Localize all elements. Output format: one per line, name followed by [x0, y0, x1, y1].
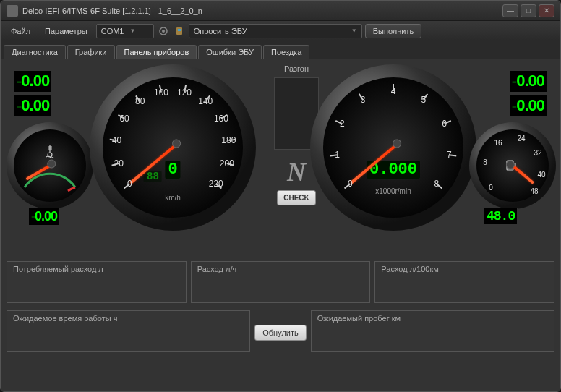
action-selector[interactable]: Опросить ЭБУ▼ [189, 24, 362, 38]
rpm-unit: x1000r/min [375, 187, 411, 195]
expected-time-box: Ожидаемое время работы ч [7, 310, 250, 352]
digital-tr2: -0.00 [509, 95, 547, 117]
temp-value: -0.00 [28, 208, 60, 226]
check-button[interactable]: CHECK [277, 190, 316, 205]
menu-file[interactable]: Файл [5, 25, 36, 38]
tab-bar: Диагностика Графики Панель приборов Ошиб… [1, 41, 560, 59]
tachometer: 0.000 x1000r/min 012345678 [310, 64, 476, 231]
rate-100km-box: Расход л/100км [374, 261, 554, 303]
temperature-icon [44, 144, 56, 161]
speed-aux: 88 [144, 171, 162, 182]
fuel-value: 48.0 [484, 208, 518, 225]
toolbar: Файл Параметры COM1▼ Опросить ЭБУ▼ Выпол… [1, 21, 560, 41]
tab-charts[interactable]: Графики [67, 45, 115, 59]
digital-tr1: -0.00 [509, 70, 547, 93]
tab-errors[interactable]: Ошибки ЭБУ [198, 45, 262, 59]
record-icon[interactable] [157, 25, 170, 38]
consumed-fuel-box: Потребляемый расход л [7, 261, 187, 303]
accel-label: Разгон [274, 64, 319, 73]
tab-trip[interactable]: Поездка [263, 45, 309, 59]
app-icon [7, 5, 18, 17]
expected-distance-box: Ожидаемый пробег км [311, 310, 554, 352]
execute-button[interactable]: Выполнить [365, 24, 421, 38]
window-title: Delco IEFI-6/ITMS-6F Suite [1.2.1.1] - 1… [22, 7, 502, 15]
tab-diagnostics[interactable]: Диагностика [4, 45, 66, 59]
tab-dashboard[interactable]: Панель приборов [116, 45, 197, 59]
svg-point-1 [162, 30, 165, 33]
port-selector[interactable]: COM1▼ [96, 24, 154, 38]
maximize-button[interactable]: □ [521, 4, 536, 17]
titlebar: Delco IEFI-6/ITMS-6F Suite [1.2.1.1] - 1… [1, 1, 560, 21]
speed-value: 0 [165, 161, 180, 179]
minimize-button[interactable]: — [502, 4, 518, 17]
reset-button[interactable]: Обнулить [254, 325, 307, 341]
digital-tl1: -0.00 [14, 70, 52, 93]
device-icon[interactable] [173, 25, 186, 38]
close-button[interactable]: ✕ [539, 4, 554, 17]
rate-hour-box: Расход л/ч [191, 261, 371, 303]
speedometer: 0 88 km/h 020406080100120140160180200220 [90, 64, 256, 231]
menu-params[interactable]: Параметры [39, 25, 93, 38]
temp-gauge [7, 122, 93, 209]
speed-unit: km/h [165, 194, 181, 202]
fuel-gauge: 0 8 16 24 32 40 48 [469, 122, 556, 209]
svg-rect-3 [178, 29, 181, 31]
digital-tl2: -0.00 [14, 95, 52, 117]
